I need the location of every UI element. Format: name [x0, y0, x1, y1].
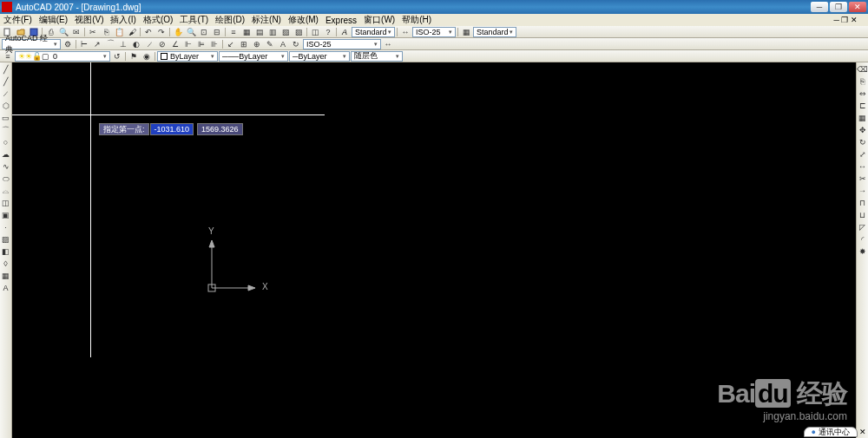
gradient-icon[interactable]: ◧: [1, 246, 11, 257]
dimstyle-icon[interactable]: ↔: [399, 27, 411, 37]
menu-express[interactable]: Express: [326, 16, 357, 25]
redo-icon[interactable]: ↷: [155, 27, 168, 37]
explode-icon[interactable]: ✸: [858, 246, 868, 257]
menu-help[interactable]: 帮助(H): [402, 14, 431, 26]
dim-cont-icon[interactable]: ⊪: [208, 39, 220, 49]
undo-icon[interactable]: ↶: [142, 27, 155, 37]
plotstyle-dropdown[interactable]: 随层色: [351, 51, 403, 62]
layer-iso-icon[interactable]: ◉: [141, 51, 153, 62]
publish-icon[interactable]: ✉: [70, 27, 82, 37]
extend-icon[interactable]: →: [858, 186, 868, 196]
color-dropdown[interactable]: ByLayer: [157, 51, 218, 62]
menu-draw[interactable]: 绘图(D): [215, 14, 245, 26]
pline-icon[interactable]: ⟋: [1, 88, 11, 99]
markup-icon[interactable]: ▧: [279, 27, 292, 37]
menu-dim[interactable]: 标注(N): [252, 14, 281, 26]
join-icon[interactable]: ⊔: [858, 210, 868, 220]
menu-window[interactable]: 窗口(W): [364, 14, 395, 26]
trim-icon[interactable]: ✂: [858, 173, 868, 184]
array-icon[interactable]: ▦: [858, 113, 868, 123]
layer-prev-icon[interactable]: ↺: [111, 51, 123, 62]
mtext-icon[interactable]: A: [1, 283, 11, 293]
offset-icon[interactable]: ⊏: [858, 101, 868, 111]
menu-insert[interactable]: 插入(I): [110, 14, 135, 26]
line-icon[interactable]: ╱: [1, 64, 11, 75]
close-button[interactable]: ✕: [849, 2, 866, 12]
drawing-canvas[interactable]: 指定第一点: -1031.610 1569.3626 Y X Baidu 经验 …: [12, 62, 856, 438]
tray-close-icon[interactable]: ✕: [859, 428, 866, 436]
workspace-settings-icon[interactable]: ⚙: [62, 39, 74, 49]
insert-block-icon[interactable]: ◫: [1, 198, 11, 208]
paste-icon[interactable]: 📋: [113, 27, 125, 37]
rotate-icon[interactable]: ↻: [858, 137, 868, 147]
point-icon[interactable]: ·: [1, 222, 11, 232]
layer-dropdown[interactable]: ☀☀🔓▢ 0: [15, 51, 110, 62]
move-icon[interactable]: ✥: [858, 125, 868, 135]
make-block-icon[interactable]: ▣: [1, 210, 11, 220]
leader-icon[interactable]: ↙: [225, 39, 237, 49]
sheet-set-icon[interactable]: ▥: [266, 27, 279, 37]
dim-rad-icon[interactable]: ◐: [130, 39, 142, 49]
menu-tools[interactable]: 工具(T): [180, 14, 208, 26]
tool-palette-icon[interactable]: ▤: [253, 27, 266, 37]
block-icon[interactable]: ◫: [309, 27, 321, 37]
tablestyle-icon[interactable]: ▦: [460, 27, 472, 37]
circle-icon[interactable]: ○: [1, 137, 11, 147]
maximize-button[interactable]: ❐: [830, 2, 847, 12]
textstyle-icon[interactable]: A: [339, 27, 351, 37]
lineweight-dropdown[interactable]: ─ ByLayer: [289, 51, 350, 62]
erase-icon[interactable]: ⌫: [858, 64, 868, 75]
dimtedit-icon[interactable]: A: [277, 39, 289, 49]
ellipse-icon[interactable]: ⬭: [1, 173, 11, 184]
calc-icon[interactable]: ▨: [293, 27, 305, 37]
ellipse-arc-icon[interactable]: ⌓: [1, 186, 11, 196]
dimstyle2-dropdown[interactable]: ISO-25: [303, 39, 381, 49]
chamfer-icon[interactable]: ◸: [858, 222, 868, 232]
stretch-icon[interactable]: ↔: [858, 161, 868, 172]
polygon-icon[interactable]: ⬡: [1, 101, 11, 111]
tablestyle-dropdown[interactable]: Standard: [473, 27, 516, 37]
region-icon[interactable]: ◊: [1, 258, 11, 269]
zoom-win-icon[interactable]: ⊡: [198, 27, 210, 37]
help-icon[interactable]: ?: [322, 27, 334, 37]
arc-icon[interactable]: ⌒: [1, 125, 11, 135]
linetype-dropdown[interactable]: ─── ByLayer: [219, 51, 288, 62]
spline-icon[interactable]: ∿: [1, 161, 11, 172]
communication-center[interactable]: 通讯中心: [804, 427, 858, 437]
dimstyle-mgr-icon[interactable]: ↔: [382, 39, 394, 49]
dim-quick-icon[interactable]: ⊩: [182, 39, 194, 49]
dynamic-input-y[interactable]: 1569.3626: [197, 123, 243, 135]
rectangle-icon[interactable]: ▭: [1, 113, 11, 123]
hatch-icon[interactable]: ▨: [1, 234, 11, 245]
properties-icon[interactable]: ≡: [227, 27, 240, 37]
dc-icon[interactable]: ▦: [240, 27, 253, 37]
layer-mgr-icon[interactable]: ≡: [2, 51, 14, 62]
fillet-icon[interactable]: ◜: [858, 234, 868, 245]
layer-state-icon[interactable]: ⚑: [128, 51, 140, 62]
menu-modify[interactable]: 修改(M): [288, 14, 319, 26]
scale-icon[interactable]: ⤢: [858, 149, 868, 160]
menu-format[interactable]: 格式(O): [143, 14, 173, 26]
dynamic-input-x[interactable]: -1031.610: [150, 123, 194, 135]
zoom-prev-icon[interactable]: ⊟: [211, 27, 223, 37]
mirror-icon[interactable]: ⇔: [858, 88, 868, 99]
zoom-rt-icon[interactable]: 🔍: [185, 27, 197, 37]
menu-file[interactable]: 文件(F): [3, 14, 32, 26]
dim-linear-icon[interactable]: ⊢: [78, 39, 90, 49]
dimedit-icon[interactable]: ✎: [264, 39, 276, 49]
copy-icon[interactable]: ⎘: [100, 27, 112, 37]
revcloud-icon[interactable]: ☁: [1, 149, 11, 160]
menu-view[interactable]: 视图(V): [75, 14, 103, 26]
textstyle-dropdown[interactable]: Standard: [352, 27, 395, 37]
copy-obj-icon[interactable]: ⎘: [858, 76, 868, 87]
preview-icon[interactable]: 🔍: [57, 27, 69, 37]
menu-edit[interactable]: 编辑(E): [39, 14, 68, 26]
match-icon[interactable]: 🖌: [126, 27, 138, 37]
doc-minimize-button[interactable]: ─ ❐ ✕: [834, 16, 858, 24]
pan-icon[interactable]: ✋: [172, 27, 184, 37]
xline-icon[interactable]: ╱: [1, 76, 11, 87]
tolerance-icon[interactable]: ⊞: [238, 39, 250, 49]
table-icon[interactable]: ▦: [1, 271, 11, 281]
dim-ord-icon[interactable]: ⊥: [117, 39, 129, 49]
minimize-button[interactable]: ─: [811, 2, 828, 12]
